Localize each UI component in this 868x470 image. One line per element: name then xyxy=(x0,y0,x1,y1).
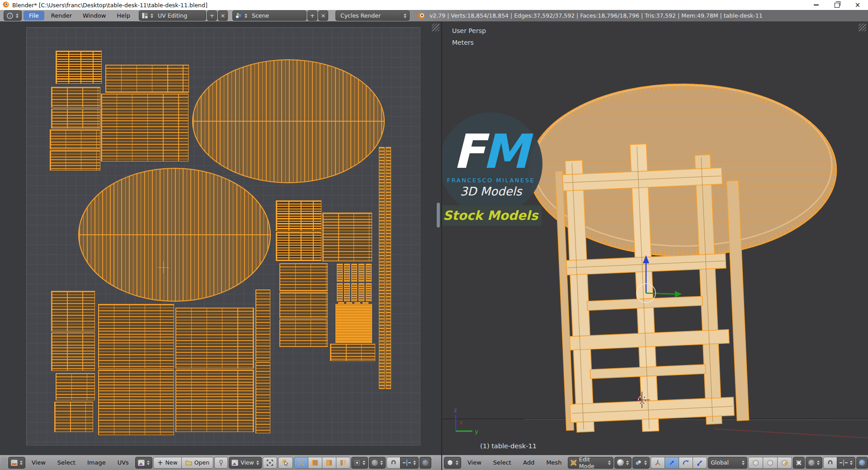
uv-island-rect[interactable] xyxy=(175,370,254,432)
uv-island-block[interactable] xyxy=(351,283,357,301)
vp-snap-element-selector[interactable] xyxy=(837,457,855,469)
image-datablock-selector[interactable] xyxy=(135,457,152,469)
uv-island-block[interactable] xyxy=(337,264,343,282)
uv-island-rect[interactable] xyxy=(379,147,385,389)
uv-pivot-selector[interactable] xyxy=(420,457,431,469)
uv-island-rect[interactable] xyxy=(98,370,174,435)
add-scene-button[interactable]: + xyxy=(307,10,317,21)
uv-island-rect[interactable] xyxy=(330,344,375,361)
uv-island-ellipse[interactable] xyxy=(192,59,385,183)
uv-island-rect[interactable] xyxy=(98,304,174,369)
shading-stepper[interactable] xyxy=(626,461,629,465)
uv-island-rect[interactable] xyxy=(56,51,102,84)
vp-snap-toggle-button[interactable] xyxy=(823,457,837,469)
uv-island-rect[interactable] xyxy=(51,87,100,108)
uv-select-vertex-button[interactable] xyxy=(294,457,308,469)
uv-island-rect[interactable] xyxy=(51,332,95,371)
menu-render[interactable]: Render xyxy=(46,10,77,21)
screen-layout-stepper[interactable] xyxy=(151,14,153,18)
uv-corner-grip[interactable] xyxy=(432,24,439,31)
menu-window[interactable]: Window xyxy=(78,10,111,21)
render-engine-selector[interactable]: Cycles Render xyxy=(335,10,410,21)
manipulator-toggle-button[interactable] xyxy=(651,457,665,469)
uv-2d-cursor[interactable] xyxy=(157,261,169,273)
pivot-center-selector[interactable] xyxy=(632,457,650,469)
uv-island-rect[interactable] xyxy=(101,94,189,161)
face-mode-button[interactable] xyxy=(777,457,792,469)
uv-island-block[interactable] xyxy=(351,264,357,282)
uv-island-ellipse[interactable] xyxy=(78,168,271,302)
pin-button[interactable] xyxy=(214,457,228,469)
viewport-editor-type-selector[interactable] xyxy=(444,457,461,469)
uv-menu-view[interactable]: View xyxy=(26,459,51,466)
restore-button[interactable] xyxy=(826,0,847,10)
uv-menu-uvs[interactable]: UVs xyxy=(112,459,134,466)
uv-island-block[interactable] xyxy=(359,264,364,282)
uv-island-rect[interactable] xyxy=(279,319,328,347)
uv-island-rect[interactable] xyxy=(175,308,254,369)
vp-snap-stepper[interactable] xyxy=(850,461,853,465)
uv-snap-stepper[interactable] xyxy=(413,461,416,465)
screen-layout-selector[interactable]: UV Editing xyxy=(139,10,206,21)
uv-island-rect[interactable] xyxy=(255,362,270,433)
uv-island-rect[interactable] xyxy=(279,263,328,291)
uv-display-mode-selector[interactable]: View xyxy=(229,457,262,469)
uv-island-rect[interactable] xyxy=(322,213,372,261)
uv-island-solid[interactable] xyxy=(335,304,372,343)
orientation-stepper[interactable] xyxy=(742,461,745,465)
uv-menu-image[interactable]: Image xyxy=(82,459,111,466)
editor-type-stepper[interactable] xyxy=(16,14,19,18)
scene-stepper[interactable] xyxy=(245,14,247,18)
uv-scrollbar-thumb[interactable] xyxy=(437,203,440,228)
manipulator-scale-button[interactable] xyxy=(693,457,707,469)
uv-island-block[interactable] xyxy=(366,283,372,301)
mode-selector[interactable]: Edit Mode xyxy=(568,457,613,469)
leg-frame-mesh[interactable] xyxy=(554,140,749,435)
uv-proportional-edit-selector[interactable] xyxy=(369,457,386,469)
viewport-3d[interactable]: z y x User Persp Meters F M FRANCESCO MI… xyxy=(442,22,868,455)
image-datablock-stepper[interactable] xyxy=(147,461,150,465)
uv-snap-toggle-button[interactable] xyxy=(387,457,401,469)
menu-help[interactable]: Help xyxy=(112,10,135,21)
scene-selector[interactable]: Scene xyxy=(232,10,307,21)
minimize-button[interactable] xyxy=(806,0,826,10)
uv-island-rect[interactable] xyxy=(51,109,100,128)
mode-stepper[interactable] xyxy=(608,461,611,465)
uv-island-block[interactable] xyxy=(344,264,350,282)
screen-layout-name[interactable]: UV Editing xyxy=(156,12,203,19)
uv-snap-element-selector[interactable] xyxy=(400,457,419,469)
render-engine-stepper[interactable] xyxy=(404,14,406,18)
uv-island-block[interactable] xyxy=(337,283,343,301)
vp-menu-add[interactable]: Add xyxy=(518,459,540,466)
center-view-button[interactable] xyxy=(263,457,277,469)
close-button[interactable]: × xyxy=(847,0,868,10)
uv-island-block[interactable] xyxy=(359,283,364,301)
delete-scene-button[interactable]: × xyxy=(318,10,328,21)
uv-island-rect[interactable] xyxy=(276,200,321,231)
pivot-stepper[interactable] xyxy=(644,461,647,465)
uv-editor-type-stepper[interactable] xyxy=(20,461,23,465)
uv-island-rect[interactable] xyxy=(255,290,270,361)
uv-island-rect[interactable] xyxy=(54,402,93,432)
delete-layout-button[interactable]: × xyxy=(218,10,228,21)
viewport-editor-type-stepper[interactable] xyxy=(456,461,458,465)
uv-island-rect[interactable] xyxy=(50,150,100,171)
menu-file[interactable]: File xyxy=(24,11,44,20)
limit-selection-button[interactable] xyxy=(793,457,805,469)
uv-proportional-stepper[interactable] xyxy=(380,461,383,465)
uv-menu-select[interactable]: Select xyxy=(52,459,81,466)
manipulator-rotate-button[interactable] xyxy=(679,457,693,469)
uv-island-rect[interactable] xyxy=(51,291,95,332)
uv-island-rect[interactable] xyxy=(279,292,328,318)
editor-type-selector[interactable]: i xyxy=(4,10,22,21)
uv-select-face-button[interactable] xyxy=(322,457,336,469)
image-open-button[interactable]: Open xyxy=(181,457,213,469)
add-layout-button[interactable]: + xyxy=(207,10,217,21)
uv-select-edge-button[interactable] xyxy=(308,457,322,469)
manipulator-translate-button[interactable] xyxy=(665,457,679,469)
scene-name[interactable]: Scene xyxy=(250,12,303,19)
vp-menu-mesh[interactable]: Mesh xyxy=(541,459,567,466)
uv-island-rect[interactable] xyxy=(105,65,189,93)
uv-island-block[interactable] xyxy=(344,283,350,301)
vp-proportional-stepper[interactable] xyxy=(817,461,820,465)
